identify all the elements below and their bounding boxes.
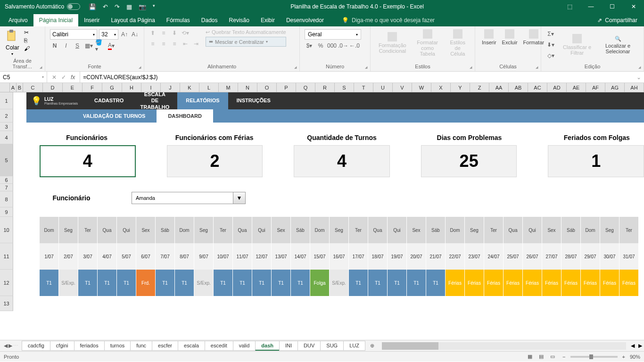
tab-file[interactable]: Arquivo [3, 14, 33, 26]
cal-shift[interactable]: Frd. [136, 270, 156, 296]
zoom-slider[interactable] [570, 356, 618, 358]
tab-data[interactable]: Dados [196, 14, 223, 26]
subnav-dashboard[interactable]: DASHBOARD [157, 109, 213, 123]
formula-input[interactable]: =CONT.VALORES(aux!$J:$J) [80, 72, 634, 82]
col-U[interactable]: U [373, 83, 393, 92]
sheet-tab-turnos[interactable]: turnos [104, 341, 131, 351]
row-8[interactable]: 8 [0, 191, 13, 207]
tab-scroll-right-icon[interactable]: ▶ [8, 343, 12, 349]
sheet-tab-dash[interactable]: dash [255, 341, 280, 351]
comma-icon[interactable]: 000 [327, 41, 337, 50]
clear-icon[interactable]: ◇▾ [546, 51, 555, 60]
kpi-card-3[interactable]: 4 [294, 145, 390, 177]
cal-shift[interactable]: Folga [310, 270, 330, 296]
inc-decimal-icon[interactable]: .0→ [339, 41, 348, 50]
col-V[interactable]: V [393, 83, 412, 92]
col-T[interactable]: T [354, 83, 373, 92]
page-break-icon[interactable]: ▭ [547, 353, 558, 361]
new-sheet-button[interactable]: ⊕ [365, 341, 379, 350]
italic-icon[interactable]: I [61, 41, 71, 50]
close-icon[interactable]: ✕ [623, 0, 644, 13]
nav-cadastro[interactable]: CADASTRO [86, 92, 132, 109]
tab-view[interactable]: Exibir [255, 14, 281, 26]
find-select-button[interactable]: 🔍Localizar e Selecionar [596, 28, 640, 61]
col-G[interactable]: G [102, 83, 122, 92]
cal-shift[interactable]: T1 [349, 270, 368, 296]
cal-shift[interactable]: T1 [156, 270, 175, 296]
sheet-tab-cadcfig[interactable]: cadcfig [22, 341, 50, 351]
share-button[interactable]: ⇗ Compartilhar [591, 14, 644, 26]
row-7[interactable]: 7 [0, 184, 13, 191]
nav-instrucoes[interactable]: INSTRUÇÕES [228, 92, 279, 109]
chevron-down-icon[interactable]: ▼ [233, 192, 245, 204]
sheet-tab-cfgini[interactable]: cfgini [50, 341, 74, 351]
col-AF[interactable]: AF [586, 83, 605, 92]
orientation-icon[interactable]: ⟲▾ [181, 28, 190, 38]
format-table-button[interactable]: Formatar como Tabela [411, 28, 445, 58]
cal-shift[interactable]: Férias [600, 270, 619, 296]
cal-shift[interactable]: Férias [504, 270, 523, 296]
col-F[interactable]: F [83, 83, 102, 92]
cal-shift[interactable]: T1 [388, 270, 407, 296]
cal-shift[interactable]: T1 [291, 270, 310, 296]
percent-icon[interactable]: % [316, 41, 325, 50]
camera-icon[interactable]: 📷 [139, 3, 146, 10]
border-icon[interactable]: ▦▾ [84, 41, 93, 50]
col-I[interactable]: I [141, 83, 161, 92]
sheet-tab-INI[interactable]: INI [279, 341, 298, 351]
qat-more-icon[interactable]: ▾ [153, 3, 155, 10]
cal-shift[interactable]: Férias [446, 270, 465, 296]
col-E[interactable]: E [63, 83, 83, 92]
cal-shift[interactable]: S/Exp. [59, 270, 78, 296]
col-J[interactable]: J [161, 83, 180, 92]
tell-me-search[interactable]: 💡 Diga-me o que você deseja fazer [339, 14, 438, 26]
zoom-level[interactable]: 90% [630, 354, 640, 360]
sort-filter-button[interactable]: Classificar e Filtrar [558, 28, 596, 61]
number-format-select[interactable]: Geral▾ [305, 29, 361, 40]
redo-icon[interactable]: ↷ [115, 3, 120, 10]
fill-icon[interactable]: ⬇▾ [546, 40, 555, 49]
enter-formula-icon[interactable]: ✓ [61, 74, 66, 81]
cancel-formula-icon[interactable]: ✕ [52, 74, 57, 81]
cal-shift[interactable]: T1 [40, 270, 59, 296]
cal-shift[interactable]: S/Exp. [330, 270, 349, 296]
sheet-tab-DUV[interactable]: DUV [297, 341, 321, 351]
row-10[interactable]: 10 [0, 217, 13, 243]
cal-shift[interactable]: T1 [272, 270, 291, 296]
funcionario-select[interactable]: Amanda ▼ [132, 192, 246, 204]
sheet-tab-escfer[interactable]: escfer [152, 341, 178, 351]
align-bottom-icon[interactable]: ⬇ [170, 28, 179, 38]
kpi-card-5[interactable]: 1 [548, 145, 644, 177]
font-name-select[interactable]: Calibri▾ [50, 29, 97, 40]
sheet-tab-LUZ[interactable]: LUZ [343, 341, 365, 351]
cal-shift[interactable]: T1 [368, 270, 388, 296]
tab-developer[interactable]: Desenvolvedor [281, 14, 330, 26]
ribbon-options-icon[interactable]: ⬚ [559, 0, 580, 13]
zoom-in-icon[interactable]: + [622, 354, 625, 360]
row-4[interactable]: 4 [0, 131, 13, 144]
cal-shift[interactable]: T1 [426, 270, 446, 296]
cal-shift[interactable]: Férias [581, 270, 600, 296]
col-H[interactable]: H [122, 83, 141, 92]
col-AC[interactable]: AC [528, 83, 547, 92]
fx-icon[interactable]: fx [71, 74, 75, 81]
paste-button[interactable]: Colar▾ [4, 28, 21, 57]
cal-shift[interactable]: T1 [78, 270, 98, 296]
currency-icon[interactable]: $▾ [305, 41, 314, 50]
col-W[interactable]: W [412, 83, 431, 92]
cal-shift[interactable]: T1 [252, 270, 272, 296]
col-M[interactable]: M [219, 83, 238, 92]
delete-cells-button[interactable]: Excluir [499, 28, 520, 46]
qat-icon[interactable]: ▦ [126, 3, 132, 10]
sheet-tab-valid[interactable]: valid [233, 341, 256, 351]
col-O[interactable]: O [257, 83, 277, 92]
tab-home[interactable]: Página Inicial [33, 14, 78, 26]
cal-shift[interactable]: T1 [214, 270, 233, 296]
cal-shift[interactable]: T1 [233, 270, 252, 296]
cal-shift[interactable]: Férias [484, 270, 504, 296]
tab-layout[interactable]: Layout da Página [105, 14, 160, 26]
col-P[interactable]: P [277, 83, 296, 92]
col-Y[interactable]: Y [451, 83, 470, 92]
sheet-tab-escala[interactable]: escala [178, 341, 205, 351]
tab-scroll-left-icon[interactable]: ◀ [4, 343, 8, 349]
